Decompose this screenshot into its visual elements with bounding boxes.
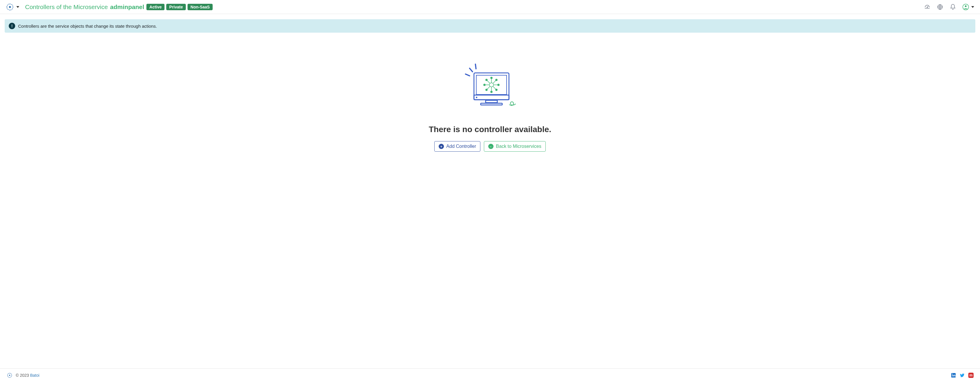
badge-private: Private — [166, 4, 186, 10]
logo-icon: / — [6, 3, 14, 11]
svg-point-31 — [485, 89, 487, 91]
svg-point-29 — [496, 89, 497, 91]
svg-point-27 — [485, 79, 487, 81]
info-text: Controllers are the service objects that… — [18, 24, 157, 29]
svg-line-7 — [469, 68, 473, 72]
back-to-microservices-button[interactable]: ← Back to Microservices — [484, 141, 546, 152]
badge-nonsaas: Non-SaaS — [188, 4, 213, 10]
copyright-text: © 2023 — [16, 373, 30, 378]
logo-dropdown[interactable]: / — [6, 3, 19, 11]
svg-line-6 — [476, 64, 476, 69]
user-avatar-icon — [963, 4, 969, 10]
svg-point-21 — [484, 84, 485, 86]
svg-point-15 — [489, 83, 493, 87]
service-name: adminpanel — [110, 3, 145, 11]
svg-rect-14 — [480, 103, 502, 105]
header-right — [924, 4, 974, 10]
footer: © 2023 Batoi m — [0, 368, 980, 382]
company-link[interactable]: Batoi — [30, 373, 40, 378]
badge-active: Active — [146, 4, 164, 10]
svg-point-2 — [927, 7, 928, 7]
add-controller-button[interactable]: + Add Controller — [434, 141, 480, 152]
svg-point-32 — [10, 375, 10, 376]
status-badges: Active Private Non-SaaS — [146, 4, 213, 10]
page-title: Controllers of the Microservice adminpan… — [25, 3, 213, 11]
svg-rect-13 — [485, 100, 497, 103]
svg-rect-11 — [474, 95, 509, 100]
svg-point-19 — [491, 91, 492, 93]
empty-state: There is no controller available. + Add … — [5, 62, 975, 152]
mastodon-icon[interactable]: m — [968, 372, 974, 378]
back-button-label: Back to Microservices — [496, 144, 541, 149]
globe-icon[interactable] — [937, 4, 943, 10]
empty-heading: There is no controller available. — [5, 125, 975, 134]
footer-logo-icon — [6, 372, 13, 379]
arrow-left-icon: ← — [488, 144, 493, 149]
svg-point-12 — [476, 97, 477, 98]
chevron-down-icon — [971, 6, 974, 8]
plus-icon: + — [439, 144, 444, 149]
svg-point-25 — [496, 79, 497, 81]
empty-illustration — [458, 62, 522, 115]
bell-icon[interactable] — [950, 4, 956, 10]
svg-text:/: / — [10, 6, 10, 8]
header-left: / Controllers of the Microservice adminp… — [6, 3, 213, 11]
user-menu[interactable] — [963, 4, 974, 10]
svg-line-28 — [493, 86, 496, 89]
svg-point-5 — [965, 5, 967, 7]
svg-point-17 — [491, 77, 492, 79]
main-content: ! Controllers are the service objects th… — [0, 14, 980, 351]
info-icon: ! — [9, 23, 15, 29]
title-prefix: Controllers of the Microservice — [25, 3, 108, 11]
app-header: / Controllers of the Microservice adminp… — [0, 0, 980, 14]
svg-rect-34 — [952, 375, 953, 376]
svg-line-26 — [487, 81, 490, 83]
linkedin-icon[interactable] — [951, 372, 956, 378]
add-button-label: Add Controller — [446, 144, 476, 149]
footer-right: m — [951, 372, 974, 378]
svg-line-30 — [487, 86, 490, 89]
svg-line-8 — [466, 74, 469, 76]
twitter-icon[interactable] — [959, 372, 965, 378]
svg-point-23 — [498, 84, 500, 86]
svg-point-35 — [952, 374, 953, 375]
svg-line-24 — [493, 81, 496, 83]
info-banner: ! Controllers are the service objects th… — [5, 19, 975, 33]
chevron-down-icon — [16, 6, 19, 8]
footer-left: © 2023 Batoi — [6, 372, 40, 379]
empty-actions: + Add Controller ← Back to Microservices — [5, 141, 975, 152]
dashboard-icon[interactable] — [924, 4, 931, 10]
